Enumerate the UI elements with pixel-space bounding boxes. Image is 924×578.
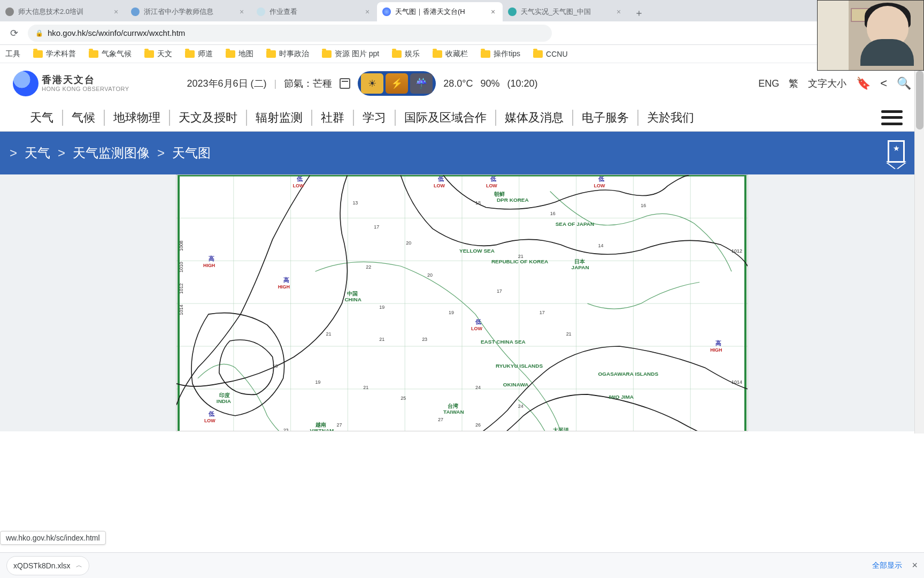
svg-text:18: 18 [475,200,481,206]
main-nav: 天气 气候 地球物理 天文及授时 辐射监测 社群 学习 国际及区域合作 媒体及消… [0,104,924,132]
nav-eservices[interactable]: 电子服务 [573,110,638,126]
tab-1[interactable]: 师大信息技术2.0培训 × [0,2,126,21]
svg-text:22: 22 [366,264,371,270]
folder-icon [322,50,332,58]
globe-icon [131,7,140,16]
weather-warnings[interactable]: ☀ ⚡ ☔ [358,71,436,96]
video-call-overlay[interactable] [817,0,924,71]
tab-3[interactable]: 作业查看 × [251,2,377,21]
menu-button[interactable] [881,110,903,125]
person-avatar [867,6,908,48]
svg-text:OKINAWA: OKINAWA [503,382,529,387]
bookmark-shidao[interactable]: 师道 [185,49,213,59]
bookmark-entertainment[interactable]: 娱乐 [392,49,420,59]
bookmark-academic[interactable]: 学术科普 [33,49,76,59]
bookmark-icon[interactable]: 🔖 [856,77,871,90]
time: (10:20) [507,78,538,89]
svg-text:27: 27 [336,422,342,428]
date-text: 2023年6月6日 (二) [187,77,267,90]
svg-text:25: 25 [401,396,406,401]
share-icon[interactable]: < [880,77,887,90]
folder-icon [33,50,43,58]
bookmark-ribbon-button[interactable]: ★ [888,140,905,164]
svg-text:TAIWAN: TAIWAN [443,409,464,415]
svg-text:YELLOW SEA: YELLOW SEA [459,248,495,254]
address-bar: ⟳ 🔒 hko.gov.hk/sc/wxinfo/currwx/wxcht.ht… [0,21,924,45]
tab-2[interactable]: 浙江省中小学教师信息 × [126,2,251,21]
svg-text:1012: 1012 [732,248,742,254]
bookmark-ccnu[interactable]: CCNU [533,50,567,58]
show-all-downloads[interactable]: 全部显示 [872,561,902,571]
nav-international[interactable]: 国际及区域合作 [396,110,496,126]
svg-text:LOW: LOW [594,183,605,188]
svg-text:21: 21 [379,337,384,342]
breadcrumb-weather[interactable]: 天气 [25,144,50,162]
tab-title: 作业查看 [270,7,359,17]
tab-4-active[interactable]: 天气图｜香港天文台(H × [377,2,503,21]
download-item[interactable]: xQDSTk8Dn.xlsx ︿ [6,556,89,575]
close-downloads-bar[interactable]: × [912,560,918,571]
close-icon[interactable]: × [237,7,246,16]
bookmark-resources[interactable]: 资源 图片 ppt [322,49,379,59]
tab-title: 浙江省中小学教师信息 [144,7,233,17]
svg-text:JAPAN: JAPAN [572,264,589,270]
lang-trad[interactable]: 繁 [789,77,798,90]
bookmark-astro[interactable]: 天文 [144,49,172,59]
new-tab-button[interactable]: ＋ [630,4,648,21]
nav-community[interactable]: 社群 [312,110,354,126]
svg-text:VIETNAM: VIETNAM [310,428,334,431]
close-icon[interactable]: × [489,7,497,16]
bookmark-favorites[interactable]: 收藏栏 [433,49,468,59]
svg-text:DPR KOREA: DPR KOREA [497,197,529,203]
svg-text:23: 23 [422,337,427,342]
doc-icon [257,7,265,16]
lang-eng[interactable]: ENG [758,78,779,89]
tab-title: 师大信息技术2.0培训 [18,7,107,17]
close-icon[interactable]: × [112,7,120,16]
svg-text:LOW: LOW [434,183,445,188]
tab-5[interactable]: 天气实况_天气图_中国 × [503,2,628,21]
svg-text:CHINA: CHINA [344,296,361,302]
nav-astronomy[interactable]: 天文及授时 [170,110,247,126]
svg-text:HIGH: HIGH [278,284,290,290]
breadcrumb-monitoring[interactable]: 天气监测图像 [73,144,150,162]
svg-text:EAST CHINA SEA: EAST CHINA SEA [481,339,526,345]
folder-icon [392,50,402,58]
solar-term: 節氣：芒種 [284,77,332,90]
url-text: hko.gov.hk/sc/wxinfo/currwx/wxcht.htm [48,28,185,37]
scrollbar-thumb[interactable] [916,71,923,130]
bookmark-politics[interactable]: 时事政治 [266,49,309,59]
nav-geophysics[interactable]: 地球物理 [105,110,170,126]
svg-text:LOW: LOW [471,326,482,331]
close-icon[interactable]: × [614,7,623,16]
page-scrollbar[interactable] [914,70,924,434]
nav-radiation[interactable]: 辐射监测 [247,110,312,126]
calendar-icon[interactable] [340,78,350,89]
search-icon[interactable]: 🔍 [897,77,911,90]
url-field[interactable]: 🔒 hko.gov.hk/sc/wxinfo/currwx/wxcht.htm [28,25,552,42]
favicon [5,7,14,16]
nav-media[interactable]: 媒体及消息 [496,110,573,126]
lock-icon: 🔒 [35,29,43,37]
chevron-up-icon[interactable]: ︿ [76,561,82,570]
text-size[interactable]: 文字大小 [808,77,846,90]
svg-text:高: 高 [715,340,721,346]
nav-about[interactable]: 关於我们 [638,110,703,126]
svg-text:21: 21 [566,331,572,337]
nav-weather[interactable]: 天气 [21,110,63,126]
bookmark-tools[interactable]: 工具 [5,49,20,59]
reload-button[interactable]: ⟳ [6,26,21,41]
breadcrumb-chart[interactable]: 天气图 [172,144,211,162]
close-icon[interactable]: × [363,7,372,16]
svg-text:低: 低 [208,410,214,417]
bookmark-meteo[interactable]: 气象气候 [89,49,132,59]
svg-text:LOW: LOW [486,183,497,188]
nav-climate[interactable]: 气候 [63,110,105,126]
svg-text:IWO JIMA: IWO JIMA [609,394,634,400]
bookmark-tips[interactable]: 操作tips [481,49,520,59]
svg-text:RYUKYU ISLANDS: RYUKYU ISLANDS [496,363,543,369]
nav-learning[interactable]: 学习 [354,110,396,126]
status-bar-link: ww.hko.gov.hk/sc/index.html [0,531,106,545]
bookmark-maps[interactable]: 地图 [226,49,253,59]
hko-logo[interactable]: 香港天文台 HONG KONG OBSERVATORY [13,71,129,96]
